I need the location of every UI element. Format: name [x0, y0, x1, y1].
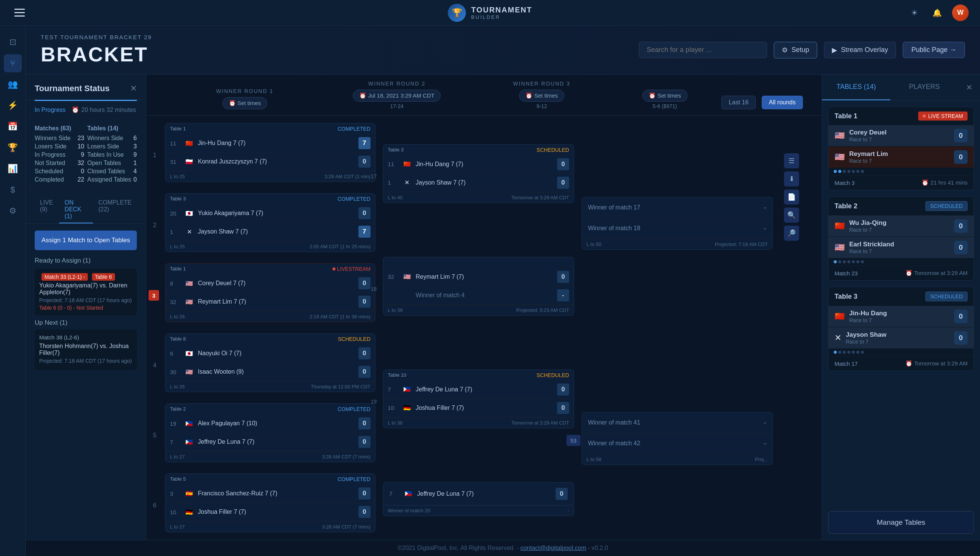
toolbar-doc-button[interactable]: 📄 — [784, 189, 799, 205]
toolbar-search-button[interactable]: 🔍 — [784, 208, 799, 223]
notifications-button[interactable]: 🔔 — [930, 5, 944, 20]
flag-us3: 🇺🇸 — [184, 369, 194, 375]
round2-time-btn[interactable]: ⏰ Jul 18, 2021 3:29 AM CDT — [353, 90, 441, 102]
footer-contact-link[interactable]: contact@digitalpool.com — [520, 545, 586, 551]
top-nav: 🏆 TOURNAMENT BUILDER ☀ 🔔 W — [0, 0, 980, 26]
sidebar-item-schedule[interactable]: 📅 — [4, 118, 22, 136]
hamburger-button[interactable] — [11, 5, 28, 21]
table-2-player-1: 🇨🇳 Wu Jia-Qing Race to 7 0 — [828, 215, 974, 236]
stat-row-tables-winners: Winners Side6 — [87, 134, 137, 142]
stat-row-scheduled: Scheduled0 — [35, 167, 84, 176]
right-panel: TABLES (14) PLAYERS ✕ Table 1 LIVE STREA… — [822, 74, 980, 540]
match-header-r2-17: Table 3 SCHEDULED — [383, 145, 574, 155]
top-right-actions: ☀ 🔔 W — [907, 5, 969, 21]
player-row-r2-7: 7 🇵🇭 Jeffrey De Luna 7 (7) 0 — [383, 380, 574, 399]
flag-jp2: 🇯🇵 — [184, 350, 194, 357]
player-search-input[interactable] — [639, 42, 767, 58]
tab-tables[interactable]: TABLES (14) — [822, 74, 890, 100]
bracket-area: WINNER ROUND 1 ⏰ Set times WINNER ROUND … — [146, 74, 822, 540]
player-row-r2-10: 10 🇩🇪 Joshua Filler 7 (7) 0 — [383, 399, 574, 417]
match-footer-4: L to 26 Thursday at 12:00 PM CDT — [165, 381, 375, 392]
flag-us2: 🇺🇸 — [184, 298, 194, 305]
stream-overlay-button[interactable]: ▶ Stream Overlay — [824, 42, 896, 58]
round4-time-btn[interactable]: ⏰ Set times — [642, 90, 687, 102]
flag-cn-t2p1: 🇨🇳 — [834, 221, 845, 231]
winner-row-18: Winner of match 18 - — [582, 218, 772, 239]
player-row-r2-32: 32 🇺🇸 Reymart Lim 7 (7) 0 — [383, 268, 574, 286]
flag-es: 🇪🇸 — [184, 490, 194, 497]
footer: ©2021 DigitalPool, Inc. All Rights Reser… — [26, 540, 980, 556]
sidebar-item-chart[interactable]: 📊 — [4, 160, 22, 178]
ready-match-card: Match 33 (L2-1) - Table 6 Yukio Akagariy… — [35, 269, 137, 315]
table-3-scheduled-badge: SCHEDULED — [925, 292, 967, 301]
tab-players[interactable]: PLAYERS — [890, 74, 959, 100]
table-1-live-badge: LIVE STREAM — [918, 112, 967, 121]
public-page-button[interactable]: Public Page → — [903, 42, 965, 58]
last16-button[interactable]: Last 16 — [721, 96, 755, 109]
round-2-column: 17 Table 3 SCHEDULED 11 🇨🇳 Jin-Hu Dang 7… — [383, 123, 574, 540]
clock-icon: ⏰ — [71, 106, 79, 113]
allrounds-button[interactable]: All rounds — [762, 96, 803, 109]
sidebar-item-users[interactable]: 👥 — [4, 75, 22, 94]
toolbar-zoom-button[interactable]: 🔎 — [784, 226, 799, 241]
match-footer-r3-42: L to 58 Proj... — [582, 454, 772, 464]
sidebar-item-live[interactable]: ⚡ — [4, 97, 22, 115]
winner-row-41: Winner of match 41 - — [582, 412, 772, 433]
match-header-r2-18 — [383, 257, 574, 268]
tables-stats: Tables (14) Winners Side6 Losers Side3 T… — [87, 125, 137, 184]
table-2-footer: Match 23 ⏰ Tomorrow at 3:29 AM — [828, 265, 974, 280]
flag-pl: 🇵🇱 — [184, 158, 194, 165]
sidebar-item-dashboard[interactable]: ⊡ — [4, 33, 22, 51]
match-wrapper-4: 4 Table 8 SCHEDULED 6 🇯🇵 Naoyuki Oi 7 (7… — [165, 333, 376, 398]
user-avatar[interactable]: W — [952, 5, 969, 21]
table-1-header: Table 1 LIVE STREAM — [828, 107, 974, 125]
header-banner: TEST TOURNAMENT BRACKET 29 BRACKET ⚙ Set… — [26, 26, 980, 74]
manage-tables-button[interactable]: Manage Tables — [828, 511, 974, 534]
logo-icon: 🏆 — [448, 4, 466, 22]
player-row-r2-winner4: Winner of match 4 - — [383, 286, 574, 305]
sidebar-item-trophy[interactable]: 🏆 — [4, 139, 22, 157]
table-1-footer: Match 3 ⏰ 21 hrs 41 mins — [828, 175, 974, 190]
flag-cn: 🇨🇳 — [184, 140, 194, 147]
tab-complete[interactable]: COMPLETE (22) — [93, 196, 137, 223]
setup-button[interactable]: ⚙ Setup — [774, 42, 817, 58]
flag-de2: 🇩🇪 — [402, 404, 412, 411]
assign-match-button[interactable]: Assign 1 Match to Open Tables — [35, 231, 137, 250]
toolbar-download-button[interactable]: ⬇ — [784, 171, 799, 186]
table-card-1: Table 1 LIVE STREAM 🇺🇸 Corey Deuel Race … — [828, 107, 974, 190]
table-2-scheduled-badge: SCHEDULED — [925, 201, 967, 211]
right-panel-close-button[interactable]: ✕ — [959, 74, 980, 100]
match-wrapper-r2-17: 17 Table 3 SCHEDULED 11 🇨🇳 Jin-Hu Dang 7… — [383, 144, 574, 208]
player-row-6: 6 🇯🇵 Naoyuki Oi 7 (7) 0 — [165, 344, 375, 363]
round-header-2: WINNER ROUND 2 ⏰ Jul 18, 2021 3:29 AM CD… — [324, 81, 469, 109]
match-header-5: Table 2 COMPLETED — [165, 404, 375, 414]
tab-live[interactable]: LIVE (9) — [35, 196, 59, 223]
live-dot-icon — [923, 115, 926, 118]
sidebar-item-bracket[interactable]: ⑂ — [4, 54, 22, 72]
sidebar-item-finance[interactable]: $ — [4, 181, 22, 199]
bracket-toolbar: ☰ ⬇ 📄 🔍 🔎 — [780, 123, 803, 540]
up-next-match-label: Match 38 (L2-6) — [39, 334, 132, 341]
panel-close-button[interactable]: ✕ — [130, 84, 137, 94]
match-box-r3-42: Winner of match 41 - Winner of match 42 … — [582, 412, 773, 465]
theme-toggle-button[interactable]: ☀ — [907, 5, 922, 20]
flag-jp1: 🇯🇵 — [184, 210, 194, 217]
header-subtitle: TEST TOURNAMENT BRACKET 29 — [41, 34, 152, 40]
header-title: BRACKET — [41, 42, 152, 66]
table-3-dots — [828, 348, 974, 356]
stat-row-inprogress: In Progress9 — [35, 151, 84, 159]
right-panel-tabs: TABLES (14) PLAYERS ✕ — [822, 74, 980, 100]
flag-sco2: ✕ — [402, 179, 412, 186]
toolbar-list-button[interactable]: ☰ — [784, 153, 799, 168]
tab-on-deck[interactable]: ON DECK (1) — [59, 196, 93, 223]
round3-time-btn[interactable]: ⏰ Set times — [519, 90, 564, 102]
match-box-6: Table 5 COMPLETED 3 🇪🇸 Francisco Sanchez… — [165, 474, 376, 532]
match-badge-53: 53 — [567, 435, 580, 446]
header-title-area: TEST TOURNAMENT BRACKET 29 BRACKET — [41, 34, 152, 66]
table-3-player-1: 🇨🇳 Jin-Hu Dang Race to 7 0 — [828, 306, 974, 327]
sidebar-item-settings[interactable]: ⚙ — [4, 202, 22, 220]
match-side-num-1: 1 — [153, 152, 156, 158]
setup-icon: ⚙ — [782, 46, 788, 54]
player-row-32: 32 🇺🇸 Reymart Lim 7 (7) 0 — [165, 293, 375, 311]
round1-time-btn[interactable]: ⏰ Set times — [222, 97, 267, 109]
